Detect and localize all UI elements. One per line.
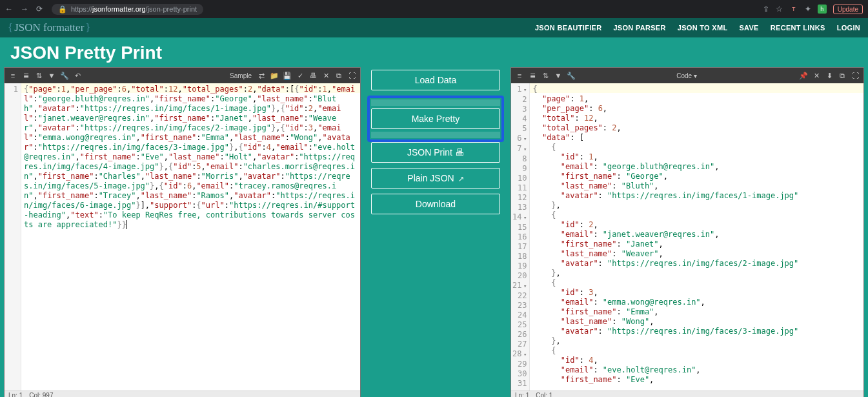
save-icon[interactable]: 💾 xyxy=(283,72,292,80)
nav-link-login[interactable]: LOGIN xyxy=(837,24,860,32)
reload-icon[interactable]: ⟳ xyxy=(36,5,43,14)
repair-icon[interactable]: 🔧 xyxy=(60,72,69,80)
compact-icon[interactable]: ≣ xyxy=(21,72,30,80)
main-content: ≡ ≣ ⇅ ▼ 🔧 ↶ Sample ⇄ 📁 💾 ✓ 🖶 ✕ ⧉ ⛶ 1 {"p… xyxy=(0,67,868,397)
pin-icon[interactable]: 📌 xyxy=(799,72,808,80)
nav-links: JSON BEAUTIFIERJSON PARSERJSON TO XMLSAV… xyxy=(535,24,860,32)
share-icon[interactable]: ⇪ xyxy=(763,5,769,14)
json-print-button[interactable]: JSON Print🖶 xyxy=(371,142,500,163)
input-toolbar: ≡ ≣ ⇅ ▼ 🔧 ↶ Sample ⇄ 📁 💾 ✓ 🖶 ✕ ⧉ ⛶ xyxy=(5,68,360,83)
nav-link-json-parser[interactable]: JSON PARSER xyxy=(613,24,665,32)
download-icon[interactable]: ⬇ xyxy=(825,72,834,80)
site-logo[interactable]: { JSON formatter } xyxy=(8,21,90,34)
plain-json-button[interactable]: Plain JSON xyxy=(371,168,500,188)
sort-icon[interactable]: ⇅ xyxy=(541,72,550,80)
puzzle-icon[interactable]: ✦ xyxy=(805,5,811,14)
copy-icon[interactable]: ⧉ xyxy=(334,72,343,80)
sample-label[interactable]: Sample xyxy=(230,72,252,79)
filter-icon[interactable]: ▼ xyxy=(47,72,56,79)
action-column: Load Data Make Pretty JSON Print🖶 Plain … xyxy=(361,67,510,397)
browser-chrome: ← → ⟳ 🔒 https://jsonformatter.org/json-p… xyxy=(0,0,868,18)
download-button[interactable]: Download xyxy=(371,194,500,214)
input-code-body[interactable]: 1 {"page":1,"per_page":6,"total":12,"tot… xyxy=(5,83,360,391)
external-link-icon xyxy=(457,173,464,183)
star-icon[interactable]: ☆ xyxy=(776,5,783,14)
input-status-bar: Ln: 1 Col: 997 xyxy=(5,391,360,397)
output-code-body[interactable]: 1▾23456▾7▾891011121314▾15161718192021▾22… xyxy=(511,83,863,391)
clear-icon[interactable]: ✕ xyxy=(812,72,821,80)
extension-t-icon[interactable]: T xyxy=(789,5,798,14)
fullscreen-icon[interactable]: ⛶ xyxy=(851,72,860,79)
copy-icon[interactable]: ⧉ xyxy=(838,72,847,80)
compact-icon[interactable]: ≣ xyxy=(528,72,537,80)
sort-icon[interactable]: ⇅ xyxy=(34,72,43,80)
load-data-button[interactable]: Load Data xyxy=(371,70,500,90)
nav-link-save[interactable]: SAVE xyxy=(739,24,758,32)
clear-icon[interactable]: ✕ xyxy=(321,72,330,80)
mode-selector[interactable]: Code ▾ xyxy=(676,72,697,79)
check-icon[interactable]: ✓ xyxy=(296,72,305,80)
print-icon[interactable]: 🖶 xyxy=(308,72,318,79)
lock-icon: 🔒 xyxy=(58,5,67,14)
input-editor: ≡ ≣ ⇅ ▼ 🔧 ↶ Sample ⇄ 📁 💾 ✓ 🖶 ✕ ⧉ ⛶ 1 {"p… xyxy=(4,67,361,397)
fullscreen-icon[interactable]: ⛶ xyxy=(347,72,356,79)
extension-h-icon[interactable]: h xyxy=(818,5,827,14)
format-icon[interactable]: ≡ xyxy=(8,72,17,79)
print-icon: 🖶 xyxy=(455,147,464,158)
filter-icon[interactable]: ▼ xyxy=(554,72,563,79)
make-pretty-button[interactable]: Make Pretty xyxy=(371,108,500,129)
nav-link-json-beautifier[interactable]: JSON BEAUTIFIER xyxy=(535,24,602,32)
output-status-bar: Ln: 1 Col: 1 xyxy=(511,391,863,397)
nav-link-recent-links[interactable]: RECENT LINKS xyxy=(771,24,825,32)
forward-icon[interactable]: → xyxy=(21,5,28,14)
output-toolbar: ≡ ≣ ⇅ ▼ 🔧 Code ▾ 📌 ✕ ⬇ ⧉ ⛶ xyxy=(511,68,863,83)
format-icon[interactable]: ≡ xyxy=(515,72,524,79)
update-button[interactable]: Update xyxy=(833,5,863,14)
output-editor: ≡ ≣ ⇅ ▼ 🔧 Code ▾ 📌 ✕ ⬇ ⧉ ⛶ 1▾23456▾7▾891… xyxy=(510,67,864,397)
back-icon[interactable]: ← xyxy=(5,5,13,14)
page-title: JSON Pretty Print xyxy=(0,37,868,67)
nav-link-json-to-xml[interactable]: JSON TO XML xyxy=(678,24,728,32)
address-bar[interactable]: 🔒 https://jsonformatter.org/json-pretty-… xyxy=(52,4,203,15)
undo-icon[interactable]: ↶ xyxy=(73,72,82,80)
link-icon[interactable]: ⇄ xyxy=(257,72,266,80)
highlighted-actions: Make Pretty xyxy=(367,96,504,142)
site-header: { JSON formatter } JSON BEAUTIFIERJSON P… xyxy=(0,18,868,37)
folder-icon[interactable]: 📁 xyxy=(270,72,279,80)
repair-icon[interactable]: 🔧 xyxy=(567,72,576,80)
